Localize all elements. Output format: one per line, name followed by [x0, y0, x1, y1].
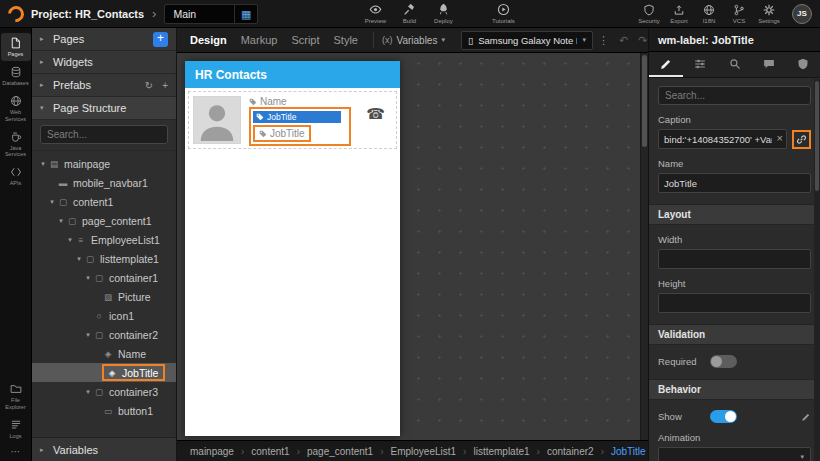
refresh-icon[interactable]: ↻: [145, 80, 153, 91]
nav-web-services[interactable]: Web Services: [1, 91, 31, 126]
edit-binding-icon[interactable]: [801, 412, 811, 422]
structure-search-input[interactable]: [40, 125, 168, 144]
width-input[interactable]: [658, 249, 811, 269]
tree-item-page-content1[interactable]: ▾ ▢ page_content1: [32, 211, 176, 230]
employee-list-item[interactable]: Name JobTitle JobTitle: [188, 91, 397, 149]
security-button[interactable]: Security: [636, 4, 662, 24]
add-prefab-icon[interactable]: +: [162, 80, 168, 91]
variables-section-header[interactable]: ▸ Variables: [32, 437, 176, 461]
nav-logs[interactable]: Logs: [1, 415, 31, 443]
jobtitle-selected-widget[interactable]: JobTitle: [253, 111, 341, 123]
layout-section-header[interactable]: Layout: [649, 204, 820, 225]
binding-icon: (x): [382, 35, 393, 45]
i18n-button[interactable]: I18N: [696, 4, 722, 24]
more-options-icon[interactable]: ⋯: [11, 444, 21, 459]
tree-item-mainpage[interactable]: ▾ ▤ mainpage: [32, 154, 176, 173]
widgets-section-header[interactable]: ▸ Widgets: [32, 51, 176, 74]
chevron-right-icon: ›: [601, 446, 604, 457]
user-avatar[interactable]: JS: [792, 4, 812, 24]
tree-label: icon1: [109, 310, 134, 322]
animation-select[interactable]: ▾: [658, 447, 811, 461]
design-canvas[interactable]: HR Contacts Name: [177, 53, 648, 440]
required-toggle[interactable]: [710, 355, 737, 368]
tree-item-content1[interactable]: ▾ ▢ content1: [32, 192, 176, 211]
tree-item-button1[interactable]: ▭ button1: [32, 401, 176, 420]
name-label-widget[interactable]: Name: [249, 96, 351, 107]
security-label: Security: [638, 18, 660, 24]
breadcrumb-page-content1[interactable]: page_content1: [307, 446, 373, 457]
main-body: Pages Databases Web Services Java Servic…: [0, 28, 820, 461]
undo-icon[interactable]: ↶: [614, 34, 633, 47]
breadcrumb-employeelist1[interactable]: EmployeeList1: [391, 446, 457, 457]
breadcrumb-container2[interactable]: container2: [547, 446, 594, 457]
scrollbar-thumb[interactable]: [815, 81, 819, 191]
mobile-page-header[interactable]: HR Contacts: [185, 61, 400, 88]
export-button[interactable]: Export: [666, 4, 692, 24]
tree-label: Picture: [118, 291, 151, 303]
page-structure-header[interactable]: ▾ Page Structure: [32, 97, 176, 120]
tab-properties[interactable]: [649, 52, 683, 77]
tree-item-icon1[interactable]: ○ icon1: [32, 306, 176, 325]
validation-section-header[interactable]: Validation: [649, 324, 820, 345]
nav-databases[interactable]: Databases: [1, 62, 31, 90]
wavemaker-studio: Project: HR_Contacts › Main ▦ Preview Bu…: [0, 0, 820, 461]
caption-input[interactable]: [658, 129, 787, 149]
grid-icon[interactable]: ▦: [234, 5, 257, 23]
breadcrumb-listtemplate1[interactable]: listtemplate1: [473, 446, 529, 457]
tab-script[interactable]: Script: [284, 34, 326, 46]
tree-item-mobile-navbar1[interactable]: ▬ mobile_navbar1: [32, 173, 176, 192]
pages-section-header[interactable]: ▸ Pages +: [32, 28, 176, 51]
tree-item-container1[interactable]: ▾ ▢ container1: [32, 268, 176, 287]
build-button[interactable]: Build: [392, 3, 426, 24]
name-input[interactable]: [658, 173, 811, 193]
tab-markup[interactable]: Markup: [234, 34, 285, 46]
employee-picture[interactable]: [193, 96, 241, 144]
tree-item-listtemplate1[interactable]: ▾ ▢ listtemplate1: [32, 249, 176, 268]
tutorials-button[interactable]: Tutorials: [486, 3, 520, 24]
prefabs-section-header[interactable]: ▸ Prefabs ↻ +: [32, 74, 176, 97]
tree-item-container3[interactable]: ▾ ▢ container3: [32, 382, 176, 401]
breadcrumb-mainpage[interactable]: mainpage: [190, 446, 234, 457]
export-icon: [673, 4, 685, 16]
variables-dropdown[interactable]: (x) Variables ▾: [373, 32, 453, 48]
person-silhouette-icon: [194, 97, 240, 143]
bind-link-button[interactable]: [792, 130, 811, 149]
tree-item-name[interactable]: ◈ Name: [32, 344, 176, 363]
tab-search[interactable]: [717, 52, 751, 77]
breadcrumb-jobtitle[interactable]: JobTitle: [611, 446, 646, 457]
tab-style[interactable]: Style: [327, 34, 365, 46]
kebab-menu-icon[interactable]: ⋮: [593, 34, 614, 47]
tab-styles[interactable]: [683, 52, 717, 77]
settings-button[interactable]: Settings: [756, 4, 782, 24]
tab-design[interactable]: Design: [183, 34, 234, 46]
add-page-button[interactable]: +: [153, 32, 168, 47]
properties-scrollbar[interactable]: [814, 79, 820, 461]
behavior-section-header[interactable]: Behavior: [649, 379, 820, 400]
nav-java-services[interactable]: Java Services: [1, 127, 31, 162]
jobtitle-label-widget[interactable]: JobTitle: [253, 125, 311, 142]
nav-file-explorer[interactable]: File Explorer: [1, 379, 31, 414]
page-selector[interactable]: Main ▦: [164, 4, 258, 24]
chevron-down-icon: ▾: [56, 217, 66, 225]
nav-pages[interactable]: Pages: [1, 33, 31, 61]
clear-binding-icon[interactable]: ×: [777, 132, 783, 145]
properties-search-input[interactable]: [658, 86, 811, 105]
show-toggle[interactable]: [710, 410, 737, 423]
breadcrumb-content1[interactable]: content1: [251, 446, 289, 457]
height-input[interactable]: [658, 293, 811, 313]
phone-call-icon[interactable]: ☎: [366, 105, 385, 123]
preview-button[interactable]: Preview: [358, 3, 392, 24]
tree-item-jobtitle[interactable]: ◈ JobTitle: [32, 363, 176, 382]
device-selector[interactable]: ▯ Samsung Galaxy Note III ▾: [461, 31, 593, 50]
tab-events[interactable]: [752, 52, 786, 77]
nav-apis[interactable]: APIs: [1, 162, 31, 190]
topbar: Project: HR_Contacts › Main ▦ Preview Bu…: [0, 0, 820, 28]
deploy-button[interactable]: Deploy: [426, 3, 460, 24]
tab-security[interactable]: [786, 52, 820, 77]
scrollbar-thumb[interactable]: [642, 55, 647, 147]
tree-item-container2[interactable]: ▾ ▢ container2: [32, 325, 176, 344]
tree-item-employeelist1[interactable]: ▾ ≡ EmployeeList1: [32, 230, 176, 249]
canvas-scrollbar[interactable]: [640, 53, 648, 440]
tree-item-picture[interactable]: ▨ Picture: [32, 287, 176, 306]
vcs-button[interactable]: VCS: [726, 4, 752, 24]
